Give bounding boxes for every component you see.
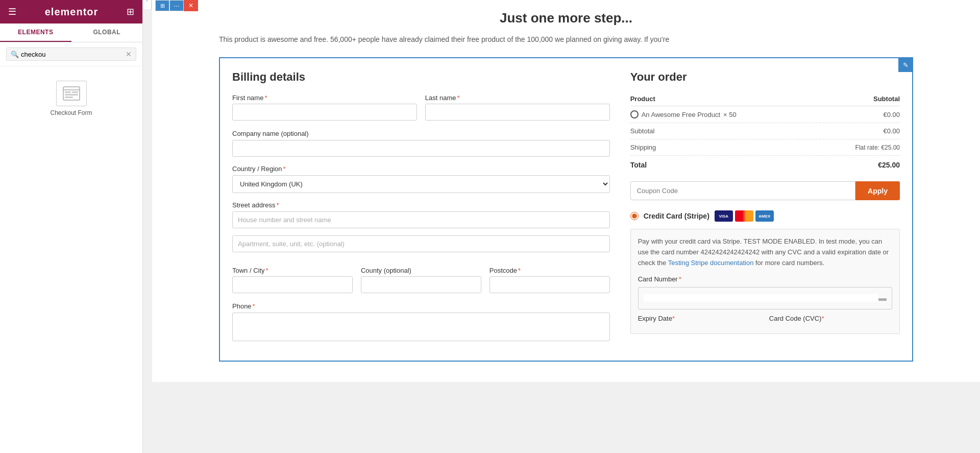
card-number-row: ▬ [638, 287, 892, 309]
last-name-input[interactable] [425, 104, 610, 121]
page-title: Just one more step... [219, 10, 913, 26]
product-row: An Awesome Free Product × 50 €0.00 [630, 106, 900, 123]
stripe-docs-link[interactable]: Testing Stripe documentation [668, 259, 754, 267]
coupon-input[interactable] [630, 181, 855, 200]
postcode-label: Postcode* [489, 267, 610, 274]
element-toolbar: ⊞ ··· ✕ [155, 0, 198, 11]
city-label: Town / City* [232, 267, 353, 274]
phone-label: Phone* [232, 302, 255, 310]
widget-label: Checkout Form [50, 109, 92, 116]
search-icon: 🔍 [11, 51, 19, 58]
street-input[interactable] [232, 211, 610, 228]
search-input[interactable]: checkou [21, 51, 126, 58]
shipping-label: Shipping [630, 139, 820, 156]
hamburger-icon[interactable]: ☰ [8, 6, 16, 17]
main-canvas: ⊞ ··· ✕ Just one more step... This produ… [152, 0, 980, 453]
street-group: Street address* [232, 200, 610, 228]
toolbar-dots[interactable]: ··· [169, 0, 184, 11]
order-title: Your order [630, 70, 900, 84]
subtotal-col-header: Subtotal [820, 92, 900, 106]
credit-card-radio[interactable] [630, 212, 639, 220]
card-chip-icon: ▬ [878, 292, 887, 305]
company-group: Company name (optional) [232, 129, 610, 157]
card-number-input[interactable] [644, 294, 878, 302]
product-icon [630, 110, 639, 118]
apply-button[interactable]: Apply [855, 181, 900, 200]
sidebar-logo: elementor [45, 6, 99, 18]
mastercard-logo [735, 210, 753, 222]
street-label: Street address* [232, 201, 279, 209]
widget-area: Checkout Form [0, 66, 142, 131]
page-description: This product is awesome and free. 56,000… [219, 34, 913, 45]
search-area: 🔍 checkou ✕ [0, 42, 142, 66]
first-name-input[interactable] [232, 104, 417, 121]
payment-info-suffix: for more card numbers. [755, 259, 824, 267]
expiry-label: Expiry Date* [638, 314, 761, 324]
product-cell: An Awesome Free Product × 50 [630, 106, 820, 123]
company-input[interactable] [232, 140, 610, 157]
subtotal-label: Subtotal [630, 123, 820, 139]
svg-rect-5 [65, 97, 73, 98]
checkout-container: ✎ Billing details First name* [219, 57, 913, 362]
first-name-group: First name* [232, 94, 417, 121]
coupon-row: Apply [630, 181, 900, 200]
search-clear-icon[interactable]: ✕ [126, 50, 132, 58]
shipping-row: Shipping Flat rate: €25.00 [630, 139, 900, 156]
svg-rect-4 [65, 94, 78, 96]
phone-input[interactable] [232, 313, 610, 341]
grid-icon[interactable]: ⊞ [127, 6, 134, 17]
svg-rect-3 [72, 91, 78, 93]
last-name-label: Last name* [425, 94, 610, 102]
payment-info-box: Pay with your credit card via Stripe. TE… [630, 229, 900, 334]
order-section: Your order Product Subtotal [630, 70, 900, 348]
country-group: Country / Region* United Kingdom (UK) [232, 164, 610, 193]
billing-section: Billing details First name* Last name* [232, 70, 610, 348]
county-group: County (optional) [361, 267, 481, 293]
element-handle[interactable]: ⊞ [155, 0, 169, 11]
canvas-area: ⊞ ··· ✕ Just one more step... This produ… [152, 0, 980, 382]
dots-icon: ··· [174, 2, 180, 10]
expiry-group: Expiry Date* [638, 314, 761, 326]
search-wrapper: 🔍 checkou ✕ [6, 47, 136, 61]
expiry-cvc-row: Expiry Date* Card Code (CVC)* [638, 314, 892, 326]
subtotal-row: Subtotal €0.00 [630, 123, 900, 139]
visa-logo: VISA [715, 210, 733, 222]
page-content: Just one more step... This product is aw… [199, 0, 934, 382]
sidebar-header: ☰ elementor ⊞ [0, 0, 142, 23]
card-number-label-text: Card Number* [638, 274, 892, 285]
company-label: Company name (optional) [232, 130, 309, 137]
payment-method-row: Credit Card (Stripe) VISA AMEX [630, 210, 900, 222]
postcode-input[interactable] [489, 276, 610, 293]
city-group: Town / City* [232, 267, 353, 293]
apt-group [232, 235, 610, 259]
last-name-group: Last name* [425, 94, 610, 121]
name-row: First name* Last name* [232, 94, 610, 121]
country-label: Country / Region* [232, 165, 286, 173]
product-price: €0.00 [820, 106, 900, 123]
svg-rect-0 [63, 87, 80, 100]
svg-rect-2 [65, 91, 71, 93]
product-name: An Awesome Free Product [642, 111, 720, 118]
tab-global[interactable]: GLOBAL [71, 23, 143, 42]
tab-elements[interactable]: ELEMENTS [0, 23, 71, 42]
shipping-value: Flat rate: €25.00 [820, 139, 900, 156]
total-value: €25.00 [820, 156, 900, 174]
card-logos: VISA AMEX [715, 210, 774, 222]
city-input[interactable] [232, 276, 353, 293]
move-icon: ⊞ [160, 3, 165, 9]
checkout-form-widget[interactable]: Checkout Form [46, 77, 96, 121]
toolbar-close[interactable]: ✕ [184, 0, 198, 11]
sidebar-tabs: ELEMENTS GLOBAL [0, 23, 142, 42]
product-col-header: Product [630, 92, 820, 106]
subtotal-value: €0.00 [820, 123, 900, 139]
sidebar: ☰ elementor ⊞ ELEMENTS GLOBAL 🔍 checkou … [0, 0, 143, 453]
country-select[interactable]: United Kingdom (UK) [232, 175, 610, 193]
collapse-arrow[interactable]: ‹ [143, 0, 152, 10]
apt-input[interactable] [232, 235, 610, 252]
edit-corner-icon[interactable]: ✎ [898, 58, 913, 72]
phone-group: Phone* [232, 301, 610, 341]
sidebar-collapse-btn[interactable]: ‹ [143, 0, 152, 10]
close-icon: ✕ [188, 2, 193, 9]
billing-title: Billing details [232, 70, 610, 84]
county-input[interactable] [361, 276, 481, 293]
